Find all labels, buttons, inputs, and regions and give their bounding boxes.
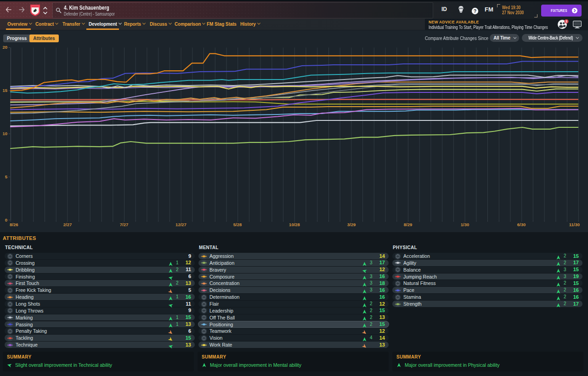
svg-text:7/27: 7/27: [120, 222, 129, 227]
svg-text:2/27: 2/27: [63, 222, 72, 227]
svg-text:20: 20: [2, 45, 7, 50]
svg-text:10: 10: [2, 131, 7, 136]
svg-text:0: 0: [5, 217, 7, 222]
svg-text:6/30: 6/30: [517, 222, 526, 227]
svg-text:15: 15: [2, 88, 7, 93]
svg-text:11/30: 11/30: [569, 222, 580, 227]
svg-text:3/29: 3/29: [347, 222, 356, 227]
svg-text:3: 3: [565, 20, 567, 23]
svg-text:8/29: 8/29: [404, 222, 413, 227]
svg-text:12/27: 12/27: [175, 222, 187, 227]
svg-text:5/28: 5/28: [233, 222, 242, 227]
svg-text:5: 5: [5, 174, 8, 179]
svg-text:8/26: 8/26: [10, 222, 18, 227]
svg-text:?: ?: [474, 9, 476, 14]
svg-text:10/28: 10/28: [289, 222, 300, 227]
svg-text:1/30: 1/30: [461, 222, 469, 227]
